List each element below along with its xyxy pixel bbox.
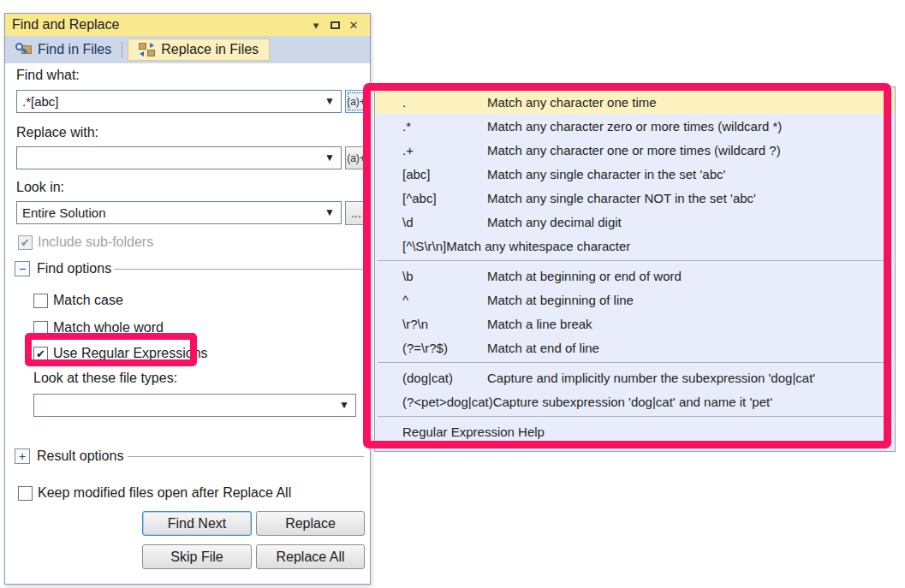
find-what-value: .*[abc]: [22, 91, 59, 112]
close-icon[interactable]: ✕: [344, 16, 363, 33]
regex-menu-group: \bMatch at beginning or end of word^Matc…: [375, 264, 895, 359]
checkbox-box[interactable]: [33, 294, 48, 308]
tab-find-in-files[interactable]: Find in Files: [5, 39, 122, 61]
regex-menu-item[interactable]: \dMatch any decimal digit: [375, 210, 895, 234]
include-subfolders-checkbox: ✔ Include sub-folders: [18, 235, 153, 250]
regex-menu-item[interactable]: .*Match any character zero or more times…: [375, 114, 895, 138]
regex-description: Match any character zero or more times (…: [487, 119, 782, 134]
use-regular-expressions-checkbox[interactable]: ✔ Use Regular Expressions: [33, 346, 208, 361]
regex-pattern: (?=\r?$): [402, 341, 487, 355]
regex-help-link[interactable]: Regular Expression Help: [375, 419, 895, 443]
tab-separator: [122, 41, 122, 58]
group-divider: [114, 269, 364, 270]
regex-menu-item[interactable]: [abc]Match any single character in the s…: [375, 162, 895, 186]
tab-replace-in-files[interactable]: Replace in Files: [128, 39, 270, 61]
look-in-value: Entire Solution: [22, 202, 106, 223]
checkbox-box[interactable]: ✔: [33, 347, 48, 361]
match-case-checkbox[interactable]: Match case: [33, 293, 123, 308]
regex-menu-item[interactable]: .Match any character one time: [375, 90, 895, 114]
regex-description: Match any decimal digit: [487, 215, 622, 229]
checkbox-label: Match case: [53, 293, 123, 308]
group-title: Find options: [37, 261, 111, 276]
find-what-combobox[interactable]: .*[abc] ▼: [16, 90, 342, 113]
expand-icon[interactable]: +: [15, 448, 30, 464]
title-bar[interactable]: Find and Replace ▾ ✕: [5, 14, 370, 36]
chevron-down-icon[interactable]: ▼: [324, 147, 335, 169]
regex-description: Match at end of line: [487, 341, 599, 355]
regex-menu-group: (dog|cat)Capture and implicitly number t…: [375, 365, 895, 413]
regex-pattern: [^\S\r\n]: [402, 239, 446, 253]
regex-menu-item[interactable]: \r?\nMatch a line break: [375, 312, 895, 336]
keep-modified-files-checkbox[interactable]: Keep modified files open after Replace A…: [18, 485, 291, 501]
group-title: Result options: [37, 448, 123, 464]
regex-menu-item[interactable]: (?=\r?$)Match at end of line: [375, 336, 895, 359]
regex-description: Match any single character NOT in the se…: [487, 191, 756, 205]
regex-description: Capture subexpression 'dog|cat' and name…: [493, 395, 772, 409]
regex-pattern: [^abc]: [402, 191, 487, 205]
regex-menu-group: .Match any character one time.*Match any…: [375, 90, 895, 258]
regex-menu-item[interactable]: .+Match any character one or more times …: [375, 138, 895, 162]
replace-with-label: Replace with:: [16, 125, 98, 140]
regex-menu-item[interactable]: [^\S\r\n]Match any whitespace character: [375, 234, 895, 258]
replace-with-combobox[interactable]: ▼: [16, 146, 342, 169]
regex-pattern: (?<pet>dog|cat): [402, 395, 493, 409]
regex-description: Match any character one or more times (w…: [487, 143, 781, 157]
regex-pattern: \d: [402, 215, 487, 229]
find-what-label: Find what:: [16, 68, 80, 83]
chevron-down-icon[interactable]: ▼: [324, 91, 335, 112]
find-and-replace-window: Find and Replace ▾ ✕ Find in Files Repla…: [4, 13, 371, 585]
replace-button[interactable]: Replace: [256, 511, 365, 536]
regex-menu-item[interactable]: ^Match at beginning of line: [375, 288, 895, 312]
group-divider: [128, 456, 364, 457]
checkbox-box: ✔: [18, 235, 33, 250]
menu-separator: [378, 362, 892, 363]
collapse-icon[interactable]: −: [15, 261, 30, 276]
checkbox-box[interactable]: [33, 321, 48, 336]
regex-menu-item[interactable]: [^abc]Match any single character NOT in …: [375, 186, 895, 210]
regex-menu-item[interactable]: (?<pet>dog|cat)Capture subexpression 'do…: [375, 389, 895, 413]
look-in-combobox[interactable]: Entire Solution ▼: [16, 201, 342, 224]
regex-menu-item[interactable]: (dog|cat)Capture and implicitly number t…: [375, 365, 895, 389]
regex-pattern: .: [402, 95, 487, 110]
window-title: Find and Replace: [12, 17, 307, 33]
menu-separator: [378, 260, 892, 261]
find-options-header: − Find options: [15, 261, 111, 276]
regex-description: Regular Expression Help: [402, 425, 545, 439]
regex-pattern: .*: [402, 119, 487, 134]
checkbox-label: Use Regular Expressions: [53, 346, 208, 361]
checkbox-box[interactable]: [18, 486, 33, 501]
regex-helper-menu: .Match any character one time.*Match any…: [374, 86, 896, 452]
file-types-label: Look at these file types:: [33, 371, 177, 386]
replace-regex-helper-button[interactable]: (a)+: [345, 146, 367, 169]
match-whole-word-checkbox[interactable]: Match whole word: [33, 320, 164, 336]
regex-description: Match a line break: [487, 317, 592, 331]
replace-all-button[interactable]: Replace All: [256, 544, 365, 569]
menu-separator: [378, 416, 892, 417]
regex-menu-item[interactable]: \bMatch at beginning or end of word: [375, 264, 895, 288]
result-options-header: + Result options: [15, 448, 123, 464]
regex-pattern: ^: [402, 293, 487, 307]
chevron-down-icon[interactable]: ▼: [324, 202, 335, 223]
replace-in-files-icon: [139, 43, 155, 56]
tab-label: Replace in Files: [161, 42, 259, 57]
maximize-glyph: [330, 21, 340, 29]
maximize-icon[interactable]: [325, 16, 344, 33]
file-types-combobox[interactable]: ▼: [33, 394, 356, 417]
regex-pattern: \r?\n: [402, 317, 487, 331]
regex-description: Match at beginning or end of word: [487, 269, 682, 283]
chevron-down-icon[interactable]: ▼: [339, 395, 349, 416]
tab-bar: Find in Files Replace in Files: [5, 36, 370, 63]
regex-description: Match any character one time: [487, 95, 657, 110]
regex-menu-group: Regular Expression Help: [375, 419, 895, 443]
find-in-files-icon: [15, 43, 32, 56]
browse-folders-button[interactable]: ...: [345, 201, 367, 225]
window-menu-icon[interactable]: ▾: [307, 16, 325, 33]
regex-description: Match at beginning of line: [487, 293, 634, 307]
find-regex-helper-button[interactable]: (a)+: [345, 90, 367, 113]
regex-pattern: [abc]: [402, 167, 487, 181]
regex-pattern: \b: [402, 269, 487, 283]
checkbox-label: Match whole word: [53, 320, 164, 336]
find-next-button[interactable]: Find Next: [142, 511, 252, 536]
checkbox-label: Include sub-folders: [38, 235, 153, 250]
skip-file-button[interactable]: Skip File: [142, 544, 252, 569]
